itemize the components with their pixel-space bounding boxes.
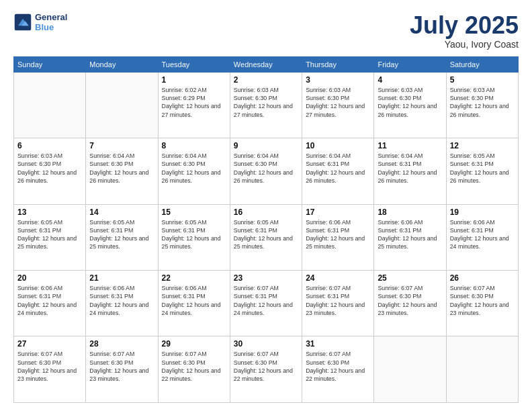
calendar-cell: 26Sunrise: 6:07 AM Sunset: 6:30 PM Dayli… — [446, 271, 518, 336]
header: General Blue July 2025 Yaou, Ivory Coast — [13, 12, 519, 50]
calendar-cell: 10Sunrise: 6:04 AM Sunset: 6:31 PM Dayli… — [302, 138, 374, 204]
day-info: Sunrise: 6:04 AM Sunset: 6:31 PM Dayligh… — [378, 152, 442, 185]
calendar-cell: 14Sunrise: 6:05 AM Sunset: 6:31 PM Dayli… — [86, 204, 158, 270]
day-number: 11 — [378, 141, 442, 150]
day-number: 5 — [450, 75, 515, 85]
day-info: Sunrise: 6:07 AM Sunset: 6:30 PM Dayligh… — [234, 350, 298, 383]
calendar-cell: 16Sunrise: 6:05 AM Sunset: 6:31 PM Dayli… — [230, 204, 302, 270]
month-title: July 2025 — [410, 12, 519, 39]
day-number: 2 — [234, 75, 298, 85]
calendar-week-row: 27Sunrise: 6:07 AM Sunset: 6:30 PM Dayli… — [14, 336, 519, 403]
day-info: Sunrise: 6:07 AM Sunset: 6:30 PM Dayligh… — [17, 350, 82, 383]
weekday-header: Friday — [374, 56, 446, 72]
day-info: Sunrise: 6:03 AM Sunset: 6:30 PM Dayligh… — [306, 86, 370, 119]
calendar-cell: 21Sunrise: 6:06 AM Sunset: 6:31 PM Dayli… — [86, 271, 158, 336]
day-info: Sunrise: 6:05 AM Sunset: 6:31 PM Dayligh… — [450, 152, 515, 185]
day-number: 28 — [89, 339, 154, 349]
calendar-cell: 12Sunrise: 6:05 AM Sunset: 6:31 PM Dayli… — [446, 138, 518, 204]
calendar-cell: 11Sunrise: 6:04 AM Sunset: 6:31 PM Dayli… — [374, 138, 446, 204]
calendar-cell: 23Sunrise: 6:07 AM Sunset: 6:31 PM Dayli… — [230, 271, 302, 336]
weekday-header: Sunday — [14, 56, 86, 72]
day-number: 30 — [234, 339, 298, 349]
calendar-cell: 28Sunrise: 6:07 AM Sunset: 6:30 PM Dayli… — [86, 336, 158, 403]
day-info: Sunrise: 6:06 AM Sunset: 6:31 PM Dayligh… — [306, 218, 370, 251]
title-block: July 2025 Yaou, Ivory Coast — [410, 12, 519, 50]
logo-text: General Blue — [35, 12, 67, 32]
weekday-header: Tuesday — [158, 56, 230, 72]
day-info: Sunrise: 6:03 AM Sunset: 6:30 PM Dayligh… — [17, 152, 82, 185]
day-info: Sunrise: 6:07 AM Sunset: 6:30 PM Dayligh… — [162, 350, 226, 383]
day-number: 6 — [17, 141, 82, 150]
calendar-table: SundayMondayTuesdayWednesdayThursdayFrid… — [13, 56, 519, 403]
day-number: 12 — [450, 141, 515, 150]
day-number: 13 — [17, 208, 82, 217]
calendar-cell: 15Sunrise: 6:05 AM Sunset: 6:31 PM Dayli… — [158, 204, 230, 270]
day-number: 19 — [450, 208, 515, 217]
day-number: 4 — [378, 75, 442, 85]
calendar-cell: 17Sunrise: 6:06 AM Sunset: 6:31 PM Dayli… — [302, 204, 374, 270]
logo: General Blue — [13, 12, 67, 32]
calendar-cell — [14, 72, 86, 138]
calendar-cell: 27Sunrise: 6:07 AM Sunset: 6:30 PM Dayli… — [14, 336, 86, 403]
day-number: 20 — [17, 273, 82, 283]
calendar-cell: 3Sunrise: 6:03 AM Sunset: 6:30 PM Daylig… — [302, 72, 374, 138]
day-number: 31 — [306, 339, 370, 349]
day-number: 10 — [306, 141, 370, 150]
calendar-cell: 6Sunrise: 6:03 AM Sunset: 6:30 PM Daylig… — [14, 138, 86, 204]
calendar-cell: 7Sunrise: 6:04 AM Sunset: 6:30 PM Daylig… — [86, 138, 158, 204]
calendar-cell: 29Sunrise: 6:07 AM Sunset: 6:30 PM Dayli… — [158, 336, 230, 403]
calendar-cell: 24Sunrise: 6:07 AM Sunset: 6:31 PM Dayli… — [302, 271, 374, 336]
day-number: 22 — [162, 273, 226, 283]
day-number: 14 — [89, 208, 154, 217]
calendar-cell — [446, 336, 518, 403]
day-info: Sunrise: 6:04 AM Sunset: 6:31 PM Dayligh… — [306, 152, 370, 185]
day-info: Sunrise: 6:05 AM Sunset: 6:31 PM Dayligh… — [17, 218, 82, 251]
weekday-header: Monday — [86, 56, 158, 72]
day-info: Sunrise: 6:07 AM Sunset: 6:30 PM Dayligh… — [306, 350, 370, 383]
calendar-cell: 9Sunrise: 6:04 AM Sunset: 6:30 PM Daylig… — [230, 138, 302, 204]
calendar-cell: 30Sunrise: 6:07 AM Sunset: 6:30 PM Dayli… — [230, 336, 302, 403]
calendar-cell — [374, 336, 446, 403]
day-number: 15 — [162, 208, 226, 217]
day-info: Sunrise: 6:03 AM Sunset: 6:30 PM Dayligh… — [450, 86, 515, 119]
day-info: Sunrise: 6:05 AM Sunset: 6:31 PM Dayligh… — [162, 218, 226, 251]
day-info: Sunrise: 6:04 AM Sunset: 6:30 PM Dayligh… — [89, 152, 154, 185]
day-info: Sunrise: 6:06 AM Sunset: 6:31 PM Dayligh… — [378, 218, 442, 251]
weekday-header: Thursday — [302, 56, 374, 72]
page: General Blue July 2025 Yaou, Ivory Coast… — [0, 0, 532, 411]
calendar-week-row: 20Sunrise: 6:06 AM Sunset: 6:31 PM Dayli… — [14, 271, 519, 336]
logo-icon — [13, 13, 32, 32]
day-number: 7 — [89, 141, 154, 150]
calendar-cell: 13Sunrise: 6:05 AM Sunset: 6:31 PM Dayli… — [14, 204, 86, 270]
day-number: 29 — [162, 339, 226, 349]
day-number: 16 — [234, 208, 298, 217]
day-number: 27 — [17, 339, 82, 349]
calendar-cell: 20Sunrise: 6:06 AM Sunset: 6:31 PM Dayli… — [14, 271, 86, 336]
calendar-cell: 2Sunrise: 6:03 AM Sunset: 6:30 PM Daylig… — [230, 72, 302, 138]
day-number: 24 — [306, 273, 370, 283]
day-number: 1 — [162, 75, 226, 85]
day-info: Sunrise: 6:06 AM Sunset: 6:31 PM Dayligh… — [17, 284, 82, 317]
day-number: 9 — [234, 141, 298, 150]
day-info: Sunrise: 6:07 AM Sunset: 6:31 PM Dayligh… — [234, 284, 298, 317]
day-info: Sunrise: 6:02 AM Sunset: 6:29 PM Dayligh… — [162, 86, 226, 119]
day-number: 26 — [450, 273, 515, 283]
day-info: Sunrise: 6:07 AM Sunset: 6:30 PM Dayligh… — [450, 284, 515, 317]
calendar-cell: 8Sunrise: 6:04 AM Sunset: 6:30 PM Daylig… — [158, 138, 230, 204]
day-info: Sunrise: 6:07 AM Sunset: 6:30 PM Dayligh… — [378, 284, 442, 317]
day-number: 23 — [234, 273, 298, 283]
day-info: Sunrise: 6:04 AM Sunset: 6:30 PM Dayligh… — [234, 152, 298, 185]
calendar-cell: 18Sunrise: 6:06 AM Sunset: 6:31 PM Dayli… — [374, 204, 446, 270]
day-info: Sunrise: 6:03 AM Sunset: 6:30 PM Dayligh… — [378, 86, 442, 119]
day-number: 18 — [378, 208, 442, 217]
day-number: 8 — [162, 141, 226, 150]
day-number: 17 — [306, 208, 370, 217]
day-info: Sunrise: 6:07 AM Sunset: 6:30 PM Dayligh… — [89, 350, 154, 383]
calendar-cell — [86, 72, 158, 138]
calendar-cell: 5Sunrise: 6:03 AM Sunset: 6:30 PM Daylig… — [446, 72, 518, 138]
calendar-cell: 4Sunrise: 6:03 AM Sunset: 6:30 PM Daylig… — [374, 72, 446, 138]
weekday-header: Saturday — [446, 56, 518, 72]
day-info: Sunrise: 6:04 AM Sunset: 6:30 PM Dayligh… — [162, 152, 226, 185]
day-info: Sunrise: 6:06 AM Sunset: 6:31 PM Dayligh… — [89, 284, 154, 317]
day-number: 25 — [378, 273, 442, 283]
